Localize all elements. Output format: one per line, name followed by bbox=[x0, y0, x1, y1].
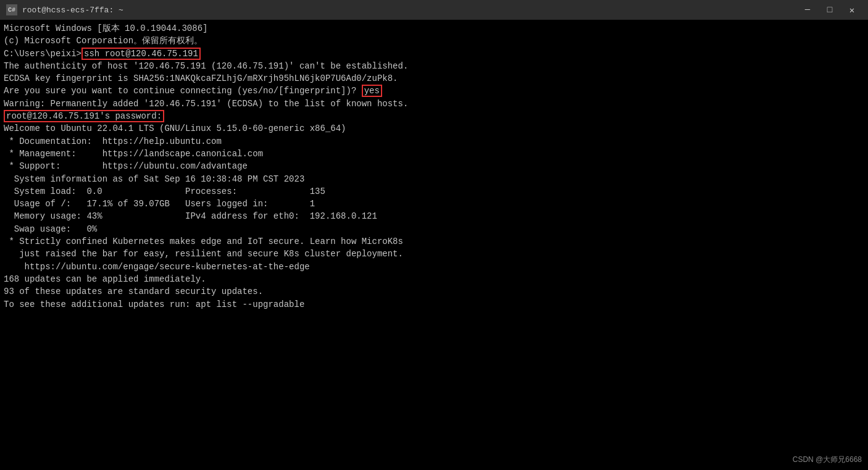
terminal-line: 93 of these updates are standard securit… bbox=[4, 285, 864, 298]
terminal-line: root@120.46.75.191's password: bbox=[4, 110, 864, 122]
terminal-line: The authenticity of host '120.46.75.191 … bbox=[4, 60, 864, 72]
watermark: CSDN @大师兄6668 bbox=[793, 455, 862, 465]
terminal-line: 168 updates can be applied immediately. bbox=[4, 273, 864, 285]
terminal-line: To see these additional updates run: apt… bbox=[4, 298, 864, 311]
terminal-line: * Management: https://landscape.canonica… bbox=[4, 148, 864, 160]
window-title: root@hcss-ecs-7ffa: ~ bbox=[22, 6, 798, 15]
terminal-line: * Support: https://ubuntu.com/advantage bbox=[4, 160, 864, 172]
terminal-content: Microsoft Windows [版本 10.0.19044.3086](c… bbox=[0, 20, 868, 470]
terminal-line: System load: 0.0 Processes: 135 bbox=[4, 185, 864, 198]
terminal-line: (c) Microsoft Corporation。保留所有权利。 bbox=[4, 35, 864, 47]
terminal-icon: C# bbox=[6, 4, 17, 15]
terminal-line: Microsoft Windows [版本 10.0.19044.3086] bbox=[4, 22, 864, 35]
terminal-line: * Strictly confined Kubernetes makes edg… bbox=[4, 235, 864, 248]
terminal-line: Welcome to Ubuntu 22.04.1 LTS (GNU/Linux… bbox=[4, 122, 864, 135]
terminal-line: Warning: Permanently added '120.46.75.19… bbox=[4, 98, 864, 110]
terminal-line: System information as of Sat Sep 16 10:3… bbox=[4, 173, 864, 185]
terminal-line: C:\Users\peixi>ssh root@120.46.75.191 bbox=[4, 48, 864, 60]
titlebar: C# root@hcss-ecs-7ffa: ~ ─ □ ✕ bbox=[0, 0, 868, 20]
window-controls: ─ □ ✕ bbox=[798, 1, 862, 19]
terminal-line: Swap usage: 0% bbox=[4, 223, 864, 235]
terminal-line: Usage of /: 17.1% of 39.07GB Users logge… bbox=[4, 198, 864, 210]
minimize-button[interactable]: ─ bbox=[798, 1, 817, 19]
close-button[interactable]: ✕ bbox=[842, 1, 862, 19]
terminal-line: Memory usage: 43% IPv4 address for eth0:… bbox=[4, 210, 864, 222]
terminal-line: https://ubuntu.com/engage/secure-kuberne… bbox=[4, 261, 864, 273]
terminal-line: just raised the bar for easy, resilient … bbox=[4, 248, 864, 260]
maximize-button[interactable]: □ bbox=[820, 1, 840, 19]
terminal-line: ECDSA key fingerprint is SHA256:1NAKQkca… bbox=[4, 72, 864, 85]
terminal-line: Are you sure you want to continue connec… bbox=[4, 85, 864, 97]
terminal-line: * Documentation: https://help.ubuntu.com bbox=[4, 135, 864, 148]
